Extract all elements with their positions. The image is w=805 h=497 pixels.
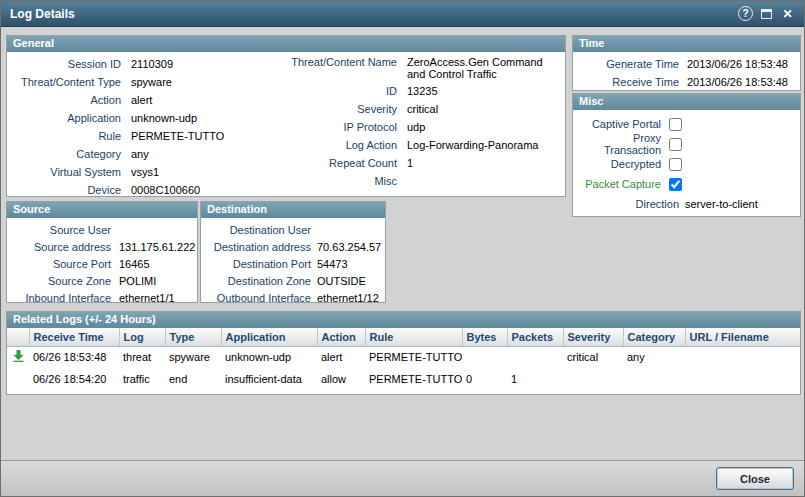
- virtual-system-label: Virtual System: [11, 166, 131, 178]
- source-port-value: 16465: [119, 258, 197, 270]
- cell-severity: [563, 368, 623, 390]
- general-section-header: General: [7, 36, 565, 52]
- column-header-severity[interactable]: Severity: [563, 328, 623, 346]
- column-header-application[interactable]: Application: [221, 328, 317, 346]
- decrypted-label: Decrypted: [573, 158, 669, 170]
- source-zone-value: POLIMI: [119, 275, 197, 287]
- threat-content-name-value: ZeroAccess.Gen Command and Control Traff…: [407, 56, 561, 80]
- field-category: Category any: [11, 145, 259, 163]
- close-icon[interactable]: ✕: [780, 6, 795, 21]
- field-source-user: Source User: [7, 221, 197, 238]
- related-log-row-traffic[interactable]: 06/26 18:54:20 traffic end insufficient-…: [7, 368, 800, 390]
- inbound-interface-value: ethernet1/1: [119, 292, 197, 304]
- threat-content-type-value: spyware: [131, 76, 259, 88]
- destination-user-label: Destination User: [201, 224, 317, 236]
- inbound-interface-label: Inbound Interface: [7, 292, 119, 304]
- severity-value: critical: [407, 103, 561, 115]
- field-ip-protocol: IP Protocol udp: [259, 118, 561, 136]
- column-header-type[interactable]: Type: [165, 328, 221, 346]
- column-header-packets[interactable]: Packets: [507, 328, 563, 346]
- pcap-download-cell[interactable]: [7, 346, 29, 368]
- cell-category: any: [623, 346, 685, 368]
- rule-label: Rule: [11, 130, 131, 142]
- column-header-bytes[interactable]: Bytes: [462, 328, 507, 346]
- captive-portal-label: Captive Portal: [573, 118, 669, 130]
- session-id-label: Session ID: [11, 58, 131, 70]
- severity-label: Severity: [259, 103, 407, 115]
- dialog-title: Log Details: [10, 7, 738, 21]
- field-destination-zone: Destination Zone OUTSIDE: [201, 272, 385, 289]
- threat-content-type-label: Threat/Content Type: [11, 76, 131, 88]
- repeat-count-label: Repeat Count: [259, 157, 407, 169]
- restore-window-icon[interactable]: [759, 7, 774, 21]
- column-header-receive-time[interactable]: Receive Time: [29, 328, 119, 346]
- help-icon[interactable]: ?: [738, 6, 753, 21]
- destination-section-header: Destination: [201, 202, 385, 218]
- session-id-value: 2110309: [131, 58, 259, 70]
- column-header-url-filename[interactable]: URL / Filename: [685, 328, 800, 346]
- field-session-id: Session ID 2110309: [11, 55, 259, 73]
- packet-capture-checkbox[interactable]: [669, 178, 682, 191]
- category-label: Category: [11, 148, 131, 160]
- field-application: Application unknown-udp: [11, 109, 259, 127]
- destination-section-body: Destination User Destination address 70.…: [201, 218, 385, 306]
- device-label: Device: [11, 184, 131, 196]
- download-pcap-icon[interactable]: [13, 350, 24, 362]
- log-action-value: Log-Forwarding-Panorama: [407, 139, 561, 151]
- field-generate-time: Generate Time 2013/06/26 18:53:48: [573, 55, 800, 73]
- packet-capture-link[interactable]: Packet Capture: [573, 178, 669, 190]
- ip-protocol-value: udp: [407, 121, 561, 133]
- restore-window-glyph: [761, 9, 772, 19]
- field-threat-content-type: Threat/Content Type spyware: [11, 73, 259, 91]
- source-section-header: Source: [7, 202, 197, 218]
- log-details-dialog: { "titlebar": { "title": "Log Details", …: [0, 0, 805, 497]
- destination-zone-value: OUTSIDE: [317, 275, 385, 287]
- action-value: alert: [131, 94, 259, 106]
- general-left-column: Session ID 2110309 Threat/Content Type s…: [11, 55, 259, 199]
- column-header-rule[interactable]: Rule: [365, 328, 462, 346]
- source-port-label: Source Port: [7, 258, 119, 270]
- field-rule: Rule PERMETE-TUTTO: [11, 127, 259, 145]
- field-repeat-count: Repeat Count 1: [259, 154, 561, 172]
- cell-receive-time: 06/26 18:53:48: [29, 346, 119, 368]
- general-section-body: Session ID 2110309 Threat/Content Type s…: [7, 52, 565, 196]
- pcap-download-cell: [7, 368, 29, 390]
- titlebar-icons: ? ✕: [738, 6, 795, 21]
- cell-category: [623, 368, 685, 390]
- action-label: Action: [11, 94, 131, 106]
- cell-bytes: 0: [462, 368, 507, 390]
- category-value: any: [131, 148, 259, 160]
- field-source-port: Source Port 16465: [7, 255, 197, 272]
- time-section-body: Generate Time 2013/06/26 18:53:48 Receiv…: [573, 52, 800, 91]
- cell-receive-time: 06/26 18:54:20: [29, 368, 119, 390]
- column-header-category[interactable]: Category: [623, 328, 685, 346]
- field-direction: Direction server-to-client: [573, 194, 800, 214]
- device-value: 0008C100660: [131, 184, 259, 196]
- captive-portal-checkbox[interactable]: [669, 118, 682, 131]
- column-header-action[interactable]: Action: [317, 328, 365, 346]
- threat-id-label: ID: [259, 85, 407, 97]
- related-log-row-threat[interactable]: 06/26 18:53:48 threat spyware unknown-ud…: [7, 346, 800, 368]
- proxy-transaction-checkbox[interactable]: [669, 138, 682, 151]
- destination-address-value: 70.63.254.57: [317, 241, 385, 253]
- threat-content-name-label: Threat/Content Name: [259, 56, 407, 68]
- field-inbound-interface: Inbound Interface ethernet1/1: [7, 289, 197, 306]
- generate-time-label: Generate Time: [573, 58, 687, 70]
- decrypted-checkbox[interactable]: [669, 158, 682, 171]
- related-logs-table: Receive Time Log Type Application Action…: [7, 328, 800, 390]
- cell-rule: PERMETE-TUTTO: [365, 346, 462, 368]
- cell-action: alert: [317, 346, 365, 368]
- source-section: Source Source User Source address 131.17…: [6, 201, 198, 303]
- direction-label: Direction: [573, 198, 685, 210]
- dialog-titlebar[interactable]: Log Details ? ✕: [1, 1, 804, 27]
- destination-zone-label: Destination Zone: [201, 275, 317, 287]
- field-destination-port: Destination Port 54473: [201, 255, 385, 272]
- cell-packets: [507, 346, 563, 368]
- cell-bytes: [462, 346, 507, 368]
- close-button[interactable]: Close: [716, 467, 794, 490]
- column-header-log[interactable]: Log: [119, 328, 165, 346]
- outbound-interface-value: ethernet1/12: [317, 292, 385, 304]
- field-outbound-interface: Outbound Interface ethernet1/12: [201, 289, 385, 306]
- cell-rule: PERMETE-TUTTO: [365, 368, 462, 390]
- cell-log: threat: [119, 346, 165, 368]
